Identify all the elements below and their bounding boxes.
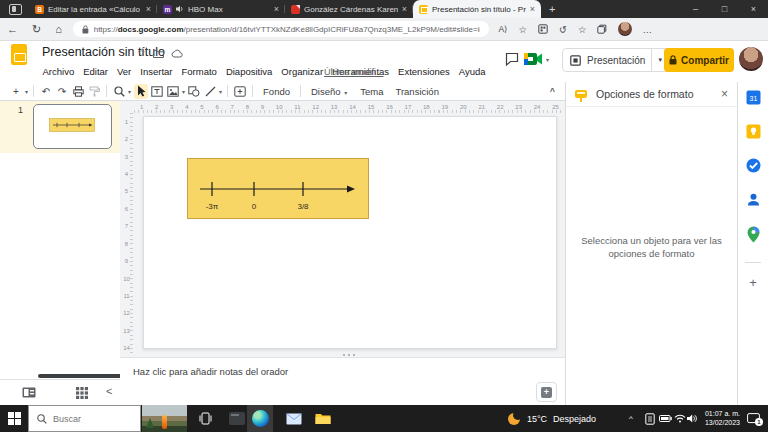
comment-icon[interactable] [505,52,519,66]
workspaces-icon[interactable] [9,4,22,15]
new-slide-button[interactable]: + [10,84,23,99]
theme-button[interactable]: Tema [354,86,389,97]
number-line-shape[interactable]: -3π 0 3/8 [187,158,369,219]
start-button[interactable] [8,412,21,425]
menu-item[interactable]: Ayuda [454,64,490,80]
calendar-icon[interactable]: 31 [746,90,761,105]
print-button[interactable] [72,84,85,99]
text-box-button[interactable] [151,84,164,99]
task-view-icon[interactable] [198,411,213,426]
line-caret-icon[interactable]: ▾ [219,88,222,95]
tab-slides-active[interactable]: Presentación sin título - Presenta × [413,0,541,18]
get-addons-button[interactable]: + [749,275,757,290]
battery-icon[interactable] [659,415,672,422]
select-tool-button[interactable] [134,84,148,99]
present-button[interactable]: Presentación ▾ [562,48,671,72]
slide-page[interactable]: -3π 0 3/8 [143,116,557,349]
window-close-button[interactable]: × [739,0,768,18]
zoom-icon[interactable] [113,84,126,99]
share-button[interactable]: Compartir [664,48,734,72]
edge-app-tile[interactable] [247,405,273,432]
meet-icon[interactable]: ▾ [524,53,550,65]
insert-shape-button[interactable] [188,84,201,99]
tab-close-icon[interactable]: × [402,4,407,14]
volume-icon[interactable] [687,414,698,423]
taskbar-clock[interactable]: 01:07 a. m. 13/02/2023 [698,410,740,427]
slide-row-selected[interactable]: 1 [0,101,120,153]
refresh-icon[interactable]: ↻ [32,23,41,36]
new-tab-button[interactable]: + [549,3,555,15]
menu-item[interactable]: Formato [177,64,221,80]
home-icon[interactable]: ⌂ [55,23,62,35]
tab-close-icon[interactable]: × [274,4,279,14]
contacts-icon[interactable] [746,192,761,207]
favorites-icon[interactable]: ☆ [518,24,527,35]
redo-button[interactable]: ↷ [56,84,69,99]
explore-button[interactable]: + [536,382,557,402]
notes-drag-handle[interactable] [343,354,345,356]
back-icon[interactable]: ← [7,23,18,35]
menu-item[interactable]: Extensiones [394,64,455,80]
browser-profile-avatar[interactable] [618,22,632,36]
tab-close-icon[interactable]: × [530,4,535,14]
file-explorer-icon[interactable] [315,413,331,425]
console-app-icon[interactable] [229,412,245,425]
slide-thumbnail[interactable] [33,104,112,149]
slides-logo-icon[interactable] [11,44,27,65]
menu-item[interactable]: Editar [79,64,113,80]
maximize-button[interactable]: □ [710,0,739,18]
extension-icon[interactable] [538,24,548,34]
tasks-icon[interactable] [746,158,761,173]
insert-placeholder-button[interactable] [234,84,247,99]
landscape-app-icon[interactable] [142,405,187,432]
collections-icon[interactable] [597,24,607,34]
menu-item[interactable]: Organizar [277,64,328,80]
menu-item[interactable]: Archivo [38,64,79,80]
history-icon[interactable]: ↺ [559,24,567,35]
paint-format-button[interactable] [88,84,101,99]
keep-icon[interactable] [746,124,761,139]
collapse-toolbar-icon[interactable]: ^ [550,86,555,96]
speaker-notes-input[interactable]: Haz clic para añadir notas del orador [133,366,288,377]
move-folder-icon[interactable] [153,49,164,58]
maps-icon[interactable] [747,226,760,243]
insert-line-button[interactable] [204,84,217,99]
insert-image-button[interactable] [167,84,180,99]
grid-view-icon[interactable] [76,387,88,399]
tab-blog[interactable]: B Editar la entrada «Cálculo Difere × [29,0,157,18]
close-panel-icon[interactable]: × [721,87,728,101]
tab-audio-icon[interactable] [176,5,184,13]
taskbar-search[interactable] [28,405,141,432]
tab-hbo[interactable]: m HBO Max × [157,0,285,18]
minimize-button[interactable]: – [681,0,710,18]
weather-condition[interactable]: Despejado [553,414,596,424]
add-favorite-icon[interactable]: ☆ [578,24,587,35]
transition-button[interactable]: Transición [389,86,444,97]
weather-moon-icon[interactable] [508,413,520,425]
tab-close-icon[interactable]: × [146,4,151,14]
browser-menu-icon[interactable]: … [642,24,652,35]
url-field[interactable]: https://docs.google.com/presentation/d/1… [73,21,489,37]
filmstrip-scrollbar[interactable] [38,374,122,378]
menu-item[interactable]: Ver [113,64,136,80]
tab-pdf[interactable]: González Cárdenas Karen_ Obs_ × [285,0,413,18]
menu-item[interactable]: Insertar [136,64,177,80]
zoom-caret-icon[interactable]: ▾ [128,88,131,95]
weather-temp[interactable]: 15°C [527,414,547,424]
last-modified-link[interactable]: Última modifi... [324,67,384,77]
tray-expand-icon[interactable]: ^ [629,414,633,423]
star-document-icon[interactable]: ☆ [137,47,146,58]
layout-button[interactable]: Diseño ▾ [305,86,354,97]
read-aloud-icon[interactable]: A⟩ [498,24,507,34]
new-slide-caret-icon[interactable]: ▾ [25,88,28,95]
undo-button[interactable]: ↶ [40,84,53,99]
account-avatar[interactable] [739,47,763,71]
menu-item[interactable]: Diapositiva [221,64,276,80]
image-caret-icon[interactable]: ▾ [182,88,185,95]
search-input[interactable] [53,414,123,424]
document-title[interactable]: Presentación sin título [42,45,165,59]
network-icon[interactable] [674,414,686,423]
filmstrip-view-icon[interactable] [22,387,36,398]
collapse-filmstrip-icon[interactable]: < [106,385,112,397]
mail-app-icon[interactable] [286,413,302,425]
